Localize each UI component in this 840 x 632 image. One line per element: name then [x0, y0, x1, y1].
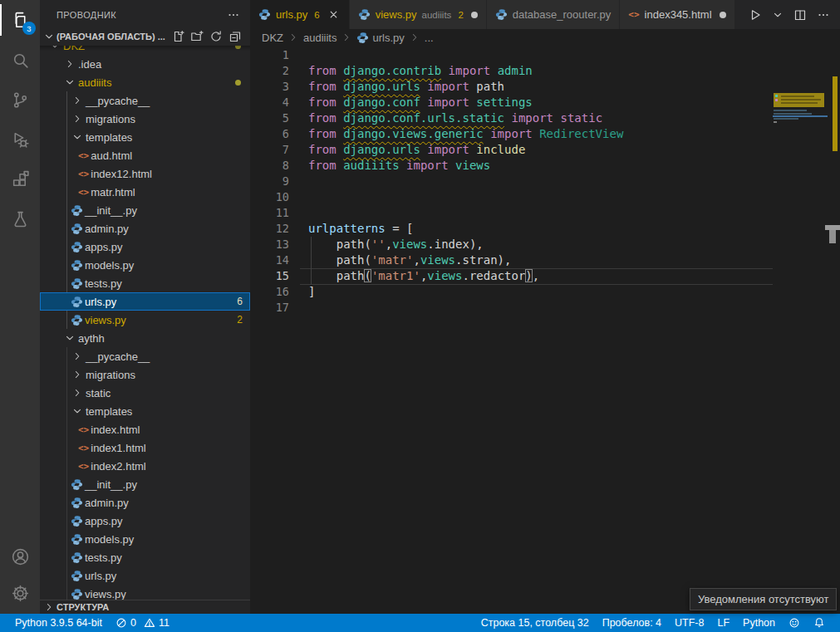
- code-line-11[interactable]: [308, 205, 773, 221]
- tree-item-admin.py[interactable]: admin.py: [40, 219, 250, 238]
- activity-testing-icon[interactable]: [0, 199, 40, 239]
- tree-item--init-.py[interactable]: __init__.py: [40, 201, 250, 219]
- tree-item-audiiits[interactable]: audiiits: [40, 73, 250, 91]
- tree-item-admin.py[interactable]: admin.py: [40, 493, 250, 512]
- close-icon[interactable]: [327, 8, 341, 21]
- code-line-6[interactable]: from django.views.generic import Redirec…: [308, 126, 773, 142]
- code-line-10[interactable]: [308, 189, 773, 205]
- tree-item-index1.html[interactable]: <>index1.html: [40, 438, 250, 457]
- tab-label: urls.py: [276, 8, 307, 21]
- run-icon[interactable]: [749, 8, 762, 22]
- overview-ruler[interactable]: [829, 75, 840, 614]
- code-editor[interactable]: 1234567891011121314151617 from django.co…: [250, 46, 840, 614]
- modified-dot-icon[interactable]: [471, 12, 478, 18]
- activity-extensions-icon[interactable]: [0, 159, 40, 199]
- tree-item-templates[interactable]: templates: [40, 128, 250, 146]
- tree-item-dkz[interactable]: DKZ: [40, 46, 250, 55]
- tree-item-templates[interactable]: templates: [40, 402, 250, 420]
- tab-views.py[interactable]: views.pyaudiiits2: [350, 0, 487, 29]
- code-token: ,: [386, 238, 392, 251]
- breadcrumb-item[interactable]: DKZ: [262, 32, 283, 44]
- tab-label: views.py: [376, 8, 417, 21]
- modified-dot-icon[interactable]: [720, 12, 726, 18]
- new-folder-icon[interactable]: [190, 30, 204, 43]
- status-eol[interactable]: LF: [710, 614, 736, 632]
- status-cursor-position[interactable]: Строка 15, столбец 32: [474, 614, 596, 632]
- status-python-interpreter[interactable]: Python 3.9.5 64-bit: [8, 614, 109, 632]
- code-line-17[interactable]: [308, 300, 773, 316]
- tree-item-apps.py[interactable]: apps.py: [40, 512, 250, 530]
- tree-item-apps.py[interactable]: apps.py: [40, 238, 250, 256]
- code-line-9[interactable]: [308, 174, 773, 189]
- code-token: [449, 159, 455, 172]
- html-file-icon: <>: [78, 150, 89, 161]
- tree-item-index.html[interactable]: <>index.html: [40, 420, 250, 438]
- workspace-section-header[interactable]: (РАБОЧАЯ ОБЛАСТЬ) ...: [40, 27, 250, 46]
- more-actions-icon[interactable]: [227, 8, 240, 22]
- activity-files-icon[interactable]: 3: [0, 0, 40, 40]
- tab-index345.html[interactable]: <>index345.html: [620, 0, 734, 29]
- code-line-1[interactable]: [308, 47, 773, 63]
- tree-item-views.py[interactable]: views.py: [40, 585, 250, 600]
- status-label: Пробелов: 4: [602, 617, 661, 629]
- tree-item-tests.py[interactable]: tests.py: [40, 274, 250, 292]
- status-indentation[interactable]: Пробелов: 4: [596, 614, 668, 632]
- tree-item--pycache-[interactable]: __pycache__: [40, 347, 250, 365]
- tree-item-migrations[interactable]: migrations: [40, 110, 250, 128]
- tree-item-matr.html[interactable]: <>matr.html: [40, 183, 250, 201]
- line-number: 5: [250, 110, 289, 126]
- activity-account-icon[interactable]: [0, 536, 40, 576]
- code-line-5[interactable]: from django.conf.urls.static import stat…: [308, 110, 773, 126]
- breadcrumb-item[interactable]: urls.py: [356, 32, 404, 44]
- tree-item-urls.py[interactable]: urls.py: [40, 566, 250, 585]
- status-language-mode[interactable]: Python: [736, 614, 782, 632]
- minimap[interactable]: [773, 91, 828, 340]
- code-line-2[interactable]: from django.contrib import admin: [308, 63, 773, 79]
- code-line-4[interactable]: from django.conf import settings: [308, 95, 773, 110]
- activity-run-debug-icon[interactable]: [0, 120, 40, 159]
- tree-item-tests.py[interactable]: tests.py: [40, 548, 250, 566]
- code-line-12[interactable]: urlpatterns = [: [308, 221, 773, 237]
- tree-item-aythh[interactable]: aythh: [40, 329, 250, 347]
- tab-urls.py[interactable]: urls.py6: [250, 0, 350, 29]
- breadcrumb-item[interactable]: ...: [425, 32, 434, 44]
- tree-item-static[interactable]: static: [40, 384, 250, 402]
- refresh-icon[interactable]: [209, 30, 223, 43]
- tree-item--init-.py[interactable]: __init__.py: [40, 475, 250, 493]
- tree-item-migrations[interactable]: migrations: [40, 365, 250, 384]
- code-line-3[interactable]: from django.urls import path: [308, 79, 773, 95]
- code-line-16[interactable]: ]: [308, 284, 773, 300]
- code-line-13[interactable]: path('',views.index),: [308, 237, 773, 252]
- code-token: django.views.generic: [343, 127, 484, 140]
- tree-item-views.py[interactable]: views.py2: [40, 311, 250, 329]
- tree-item-index12.html[interactable]: <>index12.html: [40, 164, 250, 183]
- tree-item-models.py[interactable]: models.py: [40, 530, 250, 548]
- code-line-7[interactable]: from django.urls import include: [308, 142, 773, 158]
- code-line-8[interactable]: from audiiits import views: [308, 158, 773, 174]
- code-line-14[interactable]: path('matr',views.stran),: [308, 252, 773, 268]
- breadcrumb-item[interactable]: audiiits: [303, 32, 336, 44]
- activity-source-control-icon[interactable]: [0, 80, 40, 120]
- tree-item-aud.html[interactable]: <>aud.html: [40, 146, 250, 164]
- tree-item-index2.html[interactable]: <>index2.html: [40, 457, 250, 475]
- code-line-15[interactable]: path('matr1',views.redactor),: [308, 268, 773, 284]
- collapse-all-icon[interactable]: [228, 30, 242, 43]
- activity-search-icon[interactable]: [0, 40, 40, 80]
- status-encoding[interactable]: UTF-8: [668, 614, 710, 632]
- tree-item-models.py[interactable]: models.py: [40, 256, 250, 274]
- tree-item-.idea[interactable]: .idea: [40, 55, 250, 73]
- status-problems[interactable]: 011: [109, 614, 176, 632]
- tab-database-roouter.py[interactable]: database_roouter.py: [487, 0, 621, 29]
- chevron-down-icon[interactable]: [772, 9, 784, 21]
- activity-settings-gear-icon[interactable]: [0, 573, 40, 613]
- tree-item--pycache-[interactable]: __pycache__: [40, 91, 250, 110]
- tree-item-urls.py[interactable]: urls.py6: [40, 292, 250, 311]
- code-token: path: [476, 80, 504, 93]
- status-feedback[interactable]: [782, 614, 807, 632]
- split-editor-icon[interactable]: [793, 8, 807, 22]
- activity-badge: 3: [22, 22, 36, 35]
- new-file-icon[interactable]: [171, 30, 184, 43]
- more-icon[interactable]: [817, 8, 830, 22]
- status-notifications-bell[interactable]: [807, 614, 832, 632]
- outline-section-header[interactable]: СТРУКТУРА: [40, 600, 250, 614]
